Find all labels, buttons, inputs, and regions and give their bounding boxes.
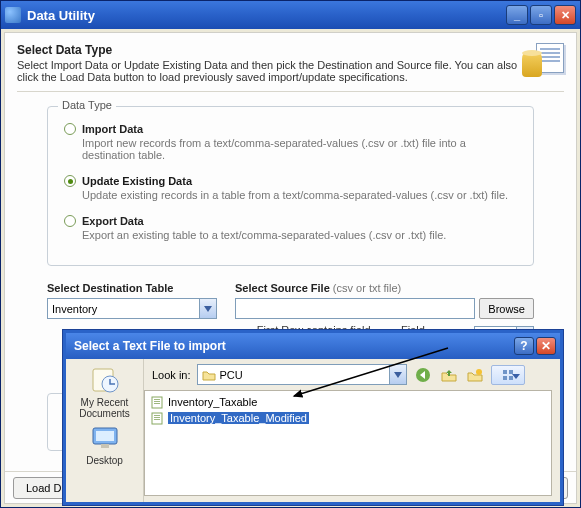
dialog-close-button[interactable]: ✕ — [536, 337, 556, 355]
app-icon — [5, 7, 21, 23]
lookin-combo[interactable]: PCU — [197, 364, 407, 385]
file-name: Inventory_Taxable_Modified — [168, 412, 309, 424]
browse-button[interactable]: Browse — [479, 298, 534, 319]
lookin-value: PCU — [220, 369, 243, 381]
export-desc: Export an existing table to a text/comma… — [82, 229, 517, 241]
views-button[interactable] — [491, 365, 525, 385]
radio-icon — [64, 123, 76, 135]
radio-import-data[interactable]: Import Data — [64, 123, 517, 135]
svg-rect-3 — [96, 431, 114, 441]
svg-rect-15 — [152, 413, 162, 424]
window-title: Data Utility — [27, 8, 504, 23]
svg-rect-11 — [152, 397, 162, 408]
svg-rect-4 — [101, 444, 109, 448]
page-title: Select Data Type — [17, 43, 518, 57]
radio-update-existing-data[interactable]: Update Existing Data — [64, 175, 517, 187]
dest-table-label: Select Destination Table — [47, 282, 217, 294]
radio-export-data[interactable]: Export Data — [64, 215, 517, 227]
lookin-label: Look in: — [152, 369, 191, 381]
svg-point-6 — [476, 369, 482, 375]
minimize-button[interactable]: _ — [506, 5, 528, 25]
radio-label: Import Data — [82, 123, 143, 135]
place-recent-documents[interactable]: My Recent Documents — [72, 365, 138, 419]
svg-rect-13 — [154, 401, 160, 402]
header-illustration-icon — [518, 43, 564, 83]
folder-icon — [202, 369, 216, 381]
data-type-legend: Data Type — [58, 99, 116, 111]
chevron-down-icon[interactable] — [199, 299, 216, 318]
main-titlebar[interactable]: Data Utility _ ▫ ✕ — [1, 1, 580, 29]
svg-rect-18 — [154, 419, 160, 420]
up-one-level-button[interactable] — [439, 365, 459, 385]
radio-label: Update Existing Data — [82, 175, 192, 187]
svg-rect-8 — [509, 370, 513, 374]
text-file-icon — [150, 395, 164, 409]
svg-rect-14 — [154, 403, 160, 404]
recent-documents-icon — [88, 365, 122, 395]
file-name: Inventory_Taxable — [168, 396, 257, 408]
help-button[interactable]: ? — [514, 337, 534, 355]
place-label: Desktop — [72, 455, 138, 466]
chevron-down-icon[interactable] — [389, 365, 406, 384]
file-dialog-title: Select a Text File to import — [74, 339, 226, 353]
place-desktop[interactable]: Desktop — [72, 423, 138, 466]
radio-icon — [64, 175, 76, 187]
places-bar: My Recent Documents Desktop — [66, 359, 144, 502]
back-button[interactable] — [413, 365, 433, 385]
svg-rect-12 — [154, 399, 160, 400]
file-item[interactable]: Inventory_Taxable — [148, 394, 548, 410]
text-file-icon — [150, 411, 164, 425]
radio-icon — [64, 215, 76, 227]
new-folder-button[interactable] — [465, 365, 485, 385]
data-type-group: Data Type Import Data Import new records… — [47, 106, 534, 266]
file-list-pane[interactable]: Inventory_Taxable Inventory_Taxable_Modi… — [144, 390, 552, 496]
file-item[interactable]: Inventory_Taxable_Modified — [148, 410, 548, 426]
dest-table-value: Inventory — [52, 303, 97, 315]
import-desc: Import new records from a text/comma-sep… — [82, 137, 517, 161]
file-open-dialog: Select a Text File to import ? ✕ My Rece… — [63, 330, 563, 505]
svg-rect-17 — [154, 417, 160, 418]
place-label: My Recent Documents — [72, 397, 138, 419]
page-subtitle: Select Import Data or Update Existing Da… — [17, 59, 518, 83]
update-desc: Update existing records in a table from … — [82, 189, 517, 201]
svg-rect-10 — [509, 376, 513, 380]
file-dialog-titlebar[interactable]: Select a Text File to import ? ✕ — [66, 333, 560, 359]
close-button[interactable]: ✕ — [554, 5, 576, 25]
source-file-label: Select Source File (csv or txt file) — [235, 282, 534, 294]
desktop-icon — [88, 423, 122, 453]
svg-rect-9 — [503, 376, 507, 380]
source-file-input[interactable] — [235, 298, 475, 319]
svg-rect-7 — [503, 370, 507, 374]
maximize-button[interactable]: ▫ — [530, 5, 552, 25]
radio-label: Export Data — [82, 215, 144, 227]
dest-table-combo[interactable]: Inventory — [47, 298, 217, 319]
svg-rect-16 — [154, 415, 160, 416]
